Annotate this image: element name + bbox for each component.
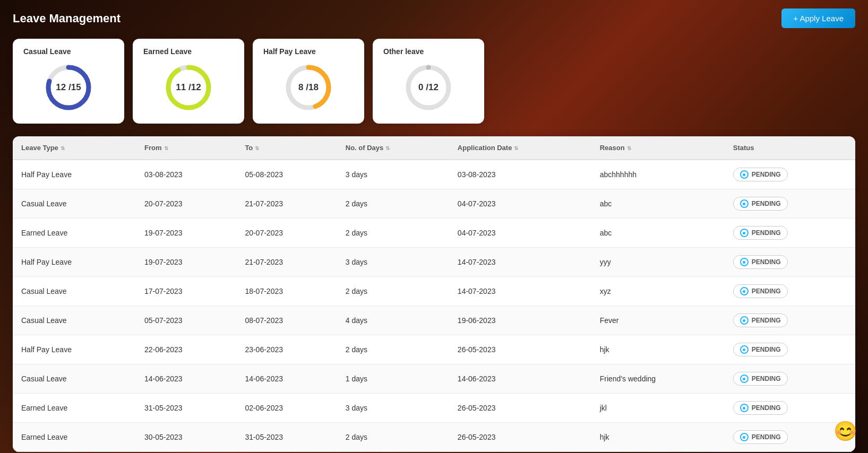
col-label-app_date: Application Date (458, 144, 512, 152)
table-row: Earned Leave19-07-202320-07-20232 days04… (13, 219, 855, 248)
cell-days-4: 2 days (337, 277, 449, 306)
col-label-status: Status (733, 144, 754, 152)
cell-leave_type-2: Earned Leave (13, 219, 136, 248)
cell-reason-9: hjk (591, 423, 725, 452)
col-header-app_date[interactable]: Application Date⇅ (449, 136, 591, 160)
cell-days-8: 3 days (337, 394, 449, 423)
leave-card-casual: Casual Leave 12 /15 (13, 39, 124, 124)
status-icon-2 (740, 229, 749, 237)
cell-days-6: 2 days (337, 335, 449, 364)
status-badge-8[interactable]: PENDING (733, 401, 788, 415)
cell-to-1: 21-07-2023 (236, 189, 337, 219)
leave-card-halfpay: Half Pay Leave 8 /18 (253, 39, 364, 124)
cell-reason-0: abchhhhhh (591, 160, 725, 189)
cell-leave_type-5: Casual Leave (13, 306, 136, 335)
cell-reason-6: hjk (591, 335, 725, 364)
cell-days-7: 1 days (337, 364, 449, 394)
status-label-6: PENDING (752, 346, 781, 353)
donut-label-halfpay: 8 /18 (298, 82, 319, 93)
status-label-3: PENDING (752, 258, 781, 266)
table-row: Casual Leave14-06-202314-06-20231 days14… (13, 364, 855, 394)
status-icon-8 (740, 404, 749, 412)
cell-app_date-2: 04-07-2023 (449, 219, 591, 248)
cell-status-1: PENDING (725, 189, 855, 219)
cell-reason-1: abc (591, 189, 725, 219)
cell-days-1: 2 days (337, 189, 449, 219)
cell-status-8: PENDING (725, 394, 855, 423)
status-icon-3 (740, 258, 749, 266)
donut-wrapper-earned: 11 /12 (162, 61, 215, 114)
cell-leave_type-0: Half Pay Leave (13, 160, 136, 189)
status-icon-5 (740, 316, 749, 325)
cell-reason-8: jkl (591, 394, 725, 423)
cell-leave_type-1: Casual Leave (13, 189, 136, 219)
status-badge-2[interactable]: PENDING (733, 226, 788, 240)
donut-label-casual: 12 /15 (56, 82, 81, 93)
cell-to-5: 08-07-2023 (236, 306, 337, 335)
cell-reason-4: xyz (591, 277, 725, 306)
sort-icon-from: ⇅ (164, 145, 168, 151)
cell-days-5: 4 days (337, 306, 449, 335)
table-header: Leave Type⇅From⇅To⇅No. of Days⇅Applicati… (13, 136, 855, 160)
col-header-days[interactable]: No. of Days⇅ (337, 136, 449, 160)
cell-reason-7: Friend's wedding (591, 364, 725, 394)
apply-leave-button[interactable]: + Apply Leave (781, 8, 855, 28)
status-badge-1[interactable]: PENDING (733, 197, 788, 211)
cell-status-4: PENDING (725, 277, 855, 306)
col-label-to: To (245, 144, 253, 152)
status-badge-6[interactable]: PENDING (733, 343, 788, 356)
cell-to-0: 05-08-2023 (236, 160, 337, 189)
status-badge-4[interactable]: PENDING (733, 284, 788, 298)
cell-from-0: 03-08-2023 (136, 160, 236, 189)
leave-cards-row: Casual Leave 12 /15 Earned Leave 11 /12 … (13, 39, 855, 124)
donut-container-earned: 11 /12 (143, 60, 234, 115)
status-label-8: PENDING (752, 404, 781, 412)
status-label-9: PENDING (752, 433, 781, 441)
status-icon-9 (740, 433, 749, 441)
donut-container-casual: 12 /15 (23, 60, 114, 115)
cell-days-9: 2 days (337, 423, 449, 452)
col-header-leave_type[interactable]: Leave Type⇅ (13, 136, 136, 160)
status-icon-6 (740, 345, 749, 354)
cell-leave_type-9: Earned Leave (13, 423, 136, 452)
status-badge-3[interactable]: PENDING (733, 255, 788, 269)
col-header-status: Status (725, 136, 855, 160)
emoji-button[interactable]: 😊 (833, 420, 857, 442)
card-title-earned: Earned Leave (143, 47, 192, 56)
cell-from-4: 17-07-2023 (136, 277, 236, 306)
cell-from-3: 19-07-2023 (136, 248, 236, 277)
table-row: Half Pay Leave03-08-202305-08-20233 days… (13, 160, 855, 189)
cell-to-7: 14-06-2023 (236, 364, 337, 394)
status-label-1: PENDING (752, 200, 781, 207)
sort-icon-app_date: ⇅ (514, 145, 518, 151)
cell-app_date-6: 26-05-2023 (449, 335, 591, 364)
cell-status-6: PENDING (725, 335, 855, 364)
cell-from-9: 30-05-2023 (136, 423, 236, 452)
card-title-other: Other leave (383, 47, 424, 56)
cell-from-1: 20-07-2023 (136, 189, 236, 219)
col-header-reason[interactable]: Reason⇅ (591, 136, 725, 160)
cell-reason-5: Fever (591, 306, 725, 335)
status-badge-9[interactable]: PENDING (733, 430, 788, 444)
status-label-7: PENDING (752, 375, 781, 382)
cell-leave_type-4: Casual Leave (13, 277, 136, 306)
cell-app_date-9: 26-05-2023 (449, 423, 591, 452)
sort-icon-reason: ⇅ (627, 145, 631, 151)
col-header-from[interactable]: From⇅ (136, 136, 236, 160)
cell-leave_type-7: Casual Leave (13, 364, 136, 394)
status-label-4: PENDING (752, 288, 781, 295)
donut-wrapper-other: 0 /12 (402, 61, 455, 114)
card-title-casual: Casual Leave (23, 47, 71, 56)
cell-reason-3: yyy (591, 248, 725, 277)
status-badge-5[interactable]: PENDING (733, 313, 788, 327)
cell-app_date-7: 14-06-2023 (449, 364, 591, 394)
sort-icon-leave_type: ⇅ (61, 145, 65, 151)
status-icon-7 (740, 374, 749, 383)
cell-days-0: 3 days (337, 160, 449, 189)
status-badge-7[interactable]: PENDING (733, 372, 788, 386)
cell-from-2: 19-07-2023 (136, 219, 236, 248)
cell-from-5: 05-07-2023 (136, 306, 236, 335)
status-badge-0[interactable]: PENDING (733, 168, 788, 181)
cell-to-2: 20-07-2023 (236, 219, 337, 248)
col-header-to[interactable]: To⇅ (236, 136, 337, 160)
